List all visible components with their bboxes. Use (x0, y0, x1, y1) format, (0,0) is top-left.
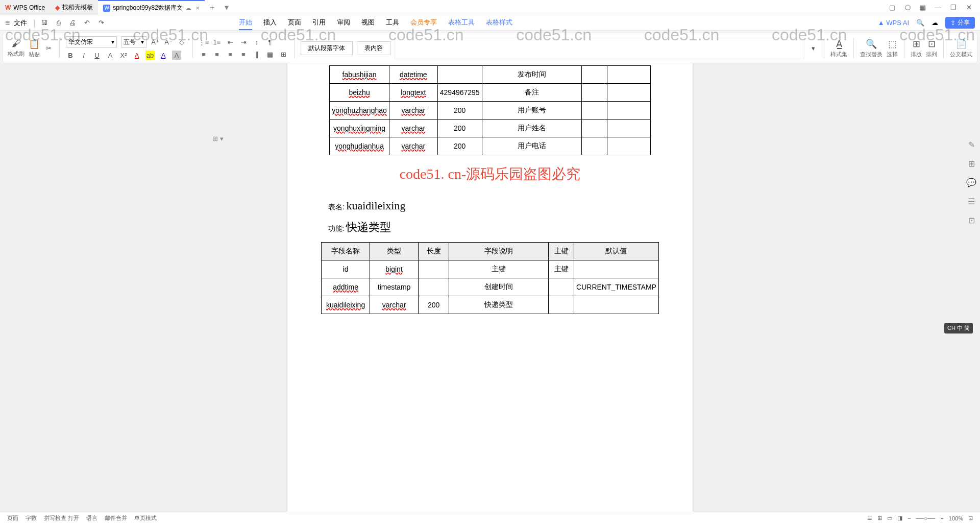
document-viewport[interactable]: ⊞ ▾ fabushijiandatetime发布时间beizhulongtex… (0, 63, 980, 512)
tab-dropdown[interactable]: ▾ (219, 3, 234, 12)
table-cell[interactable]: bigint (370, 260, 419, 278)
status-words[interactable]: 字数 (26, 514, 37, 522)
line-spacing-icon[interactable]: ‖ (252, 50, 261, 59)
hamburger-icon[interactable]: ≡ (5, 18, 10, 28)
tab-wps-office[interactable]: W WPS Office (0, 0, 50, 15)
tab-review[interactable]: 审阅 (337, 16, 350, 30)
table-cell[interactable] (574, 260, 659, 278)
font-color-icon[interactable]: A (132, 51, 141, 60)
tab-member[interactable]: 会员专享 (410, 16, 437, 30)
select-button[interactable]: ⬚选择 (887, 38, 898, 58)
side-icon[interactable]: ⊡ (968, 216, 975, 225)
table-cell[interactable] (549, 278, 574, 296)
side-icon[interactable]: ✎ (968, 140, 975, 150)
share-button[interactable]: ⇪ 分享 (945, 17, 975, 29)
style-default-para[interactable]: 默认段落字体 (301, 41, 353, 55)
superscript-icon[interactable]: X² (119, 51, 128, 60)
table-cell[interactable]: beizhu (330, 84, 389, 102)
page-layout-icon[interactable]: ⊞ ▾ (212, 135, 224, 142)
table-cell[interactable]: yonghuxingming (330, 120, 389, 137)
table-cell[interactable] (581, 137, 607, 155)
justify-icon[interactable]: ≡ (239, 50, 248, 59)
search-icon[interactable]: 🔍 (916, 19, 924, 27)
bullet-list-icon[interactable]: ⋮≡ (199, 37, 208, 46)
find-replace-button[interactable]: 🔍查找替换 (860, 38, 883, 58)
tab-table-style[interactable]: 表格样式 (486, 16, 512, 30)
print-preview-icon[interactable]: ⎙ (54, 18, 63, 28)
table-row[interactable]: yonghuzhanghaovarchar200用户账号 (330, 102, 650, 120)
number-list-icon[interactable]: 1≡ (212, 37, 222, 46)
file-menu[interactable]: 文件 (14, 18, 27, 28)
status-page[interactable]: 页面 (7, 514, 18, 522)
minimize-button[interactable]: — (934, 4, 942, 12)
table-cell[interactable]: 主键 (449, 260, 549, 278)
table-cell[interactable]: longtext (389, 84, 437, 102)
table-cell[interactable]: datetime (389, 66, 437, 84)
table-cell[interactable] (607, 120, 650, 137)
zoom-out-icon[interactable]: − (908, 515, 911, 521)
view-icon[interactable]: ⊞ (877, 515, 882, 521)
redo-icon[interactable]: ↷ (97, 18, 106, 28)
tab-insert[interactable]: 插入 (263, 16, 277, 30)
tab-start[interactable]: 开始 (239, 16, 252, 30)
table-cell[interactable]: addtime (322, 278, 370, 296)
table-cell[interactable]: 用户电话 (482, 137, 581, 155)
side-icon[interactable]: ☰ (968, 197, 975, 206)
table-cell[interactable]: id (322, 260, 370, 278)
paragraph-mark-icon[interactable]: ¶ (265, 37, 275, 46)
new-tab-button[interactable]: + (205, 3, 219, 12)
align-right-icon[interactable]: ≡ (226, 50, 235, 59)
style-set-button[interactable]: A̲样式集 (830, 38, 847, 58)
format-painter-group[interactable]: 🖌 格式刷 (8, 38, 24, 58)
restore-icon[interactable]: ▢ (888, 4, 896, 12)
grow-font-icon[interactable]: A⁺ (151, 37, 160, 46)
italic-icon[interactable]: I (79, 51, 88, 60)
shrink-font-icon[interactable]: A⁻ (164, 37, 173, 46)
maximize-button[interactable]: ❐ (949, 4, 958, 12)
table-cell[interactable]: yonghuzhanghao (330, 102, 389, 120)
zoom-in-icon[interactable]: + (940, 515, 943, 521)
table-cell[interactable] (581, 84, 607, 102)
close-icon[interactable]: × (196, 5, 200, 12)
tab-view[interactable]: 视图 (361, 16, 375, 30)
align-center-icon[interactable]: ≡ (212, 50, 222, 59)
tab-document[interactable]: W springboot99y82数据库文 ☁ × (98, 0, 205, 15)
ime-indicator[interactable]: CH 中 简 (944, 323, 973, 334)
wps-ai-button[interactable]: ▲ WPS AI (878, 19, 909, 27)
arrange-button[interactable]: ⊞排版 (911, 38, 922, 58)
table-cell[interactable]: varchar (389, 120, 437, 137)
table-row[interactable]: fabushijiandatetime发布时间 (330, 66, 650, 84)
align-left-icon[interactable]: ≡ (199, 50, 208, 59)
status-spell[interactable]: 拼写检查 打开 (44, 514, 79, 522)
underline-icon[interactable]: U (92, 51, 102, 60)
tab-reference[interactable]: 引用 (312, 16, 326, 30)
table-cell[interactable]: 备注 (482, 84, 581, 102)
table-cell[interactable]: timestamp (370, 278, 419, 296)
table-cell[interactable] (419, 260, 449, 278)
grid-icon[interactable]: ▦ (919, 4, 927, 12)
table-cell[interactable]: varchar (389, 102, 437, 120)
highlight-icon[interactable]: ab (145, 51, 155, 60)
table-cell[interactable]: kuaidileixing (322, 296, 370, 314)
tab-table-tools[interactable]: 表格工具 (448, 16, 475, 30)
char-shading-icon[interactable]: A (172, 51, 181, 60)
indent-icon[interactable]: ⇥ (239, 37, 248, 46)
style-gallery[interactable] (395, 37, 804, 59)
table-cell[interactable]: 快递类型 (449, 296, 549, 314)
table-cell[interactable] (437, 66, 482, 84)
font-color2-icon[interactable]: A (159, 51, 168, 60)
table-cell[interactable] (581, 120, 607, 137)
save-icon[interactable]: 🖫 (40, 18, 49, 28)
view-icon[interactable]: ▭ (887, 515, 892, 521)
align-button[interactable]: ⊡排列 (926, 38, 937, 58)
table-cell[interactable] (607, 84, 650, 102)
sort-icon[interactable]: ↕ (252, 37, 261, 46)
table-cell[interactable] (607, 102, 650, 120)
fit-icon[interactable]: ⊡ (968, 515, 973, 521)
table-cell[interactable] (607, 137, 650, 155)
zoom-value[interactable]: 100% (949, 515, 963, 521)
tab-page[interactable]: 页面 (288, 16, 301, 30)
side-icon[interactable]: 💬 (966, 178, 976, 187)
size-select[interactable]: 五号▾ (121, 36, 146, 47)
table-row[interactable]: idbigint主键主键 (322, 260, 659, 278)
